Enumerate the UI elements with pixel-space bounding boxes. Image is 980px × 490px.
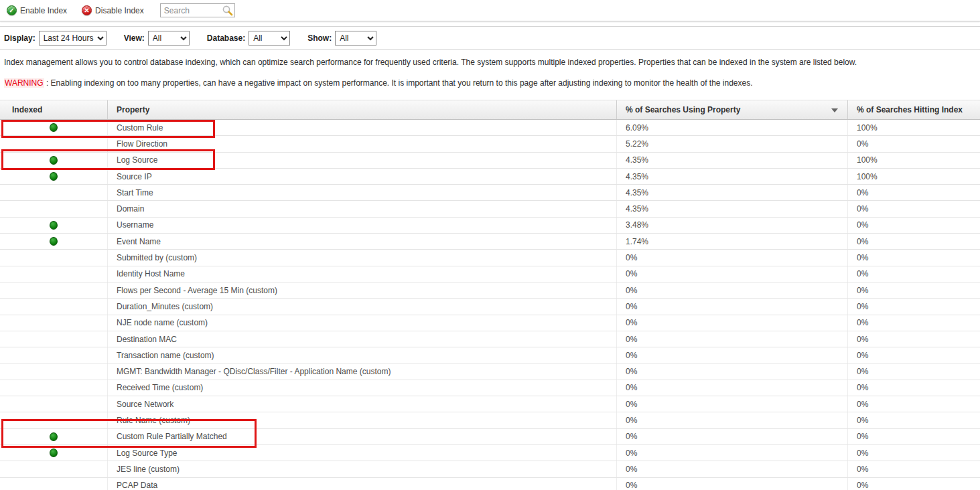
indexed-dot-icon (50, 156, 58, 165)
searches-using-cell: 0% (616, 445, 847, 461)
table-row[interactable]: Received Time (custom) 0% 0% (0, 380, 980, 396)
sort-descending-icon[interactable] (831, 108, 838, 112)
property-cell: Received Time (custom) (107, 380, 616, 396)
table-row[interactable]: Domain 4.35% 0% (0, 201, 980, 217)
property-cell: JES line (custom) (107, 461, 616, 477)
table-row[interactable]: MGMT: Bandwidth Manager - QDisc/Class/Fi… (0, 363, 980, 380)
searches-hitting-cell: 0% (847, 412, 980, 428)
searches-hitting-cell: 100% (847, 153, 980, 168)
disable-index-button[interactable]: ✕ Disable Index (80, 4, 148, 17)
enable-index-button[interactable]: ✓ Enable Index (5, 4, 71, 17)
searches-hitting-cell: 0% (847, 478, 980, 490)
searches-hitting-cell: 0% (847, 347, 980, 363)
indexed-cell (0, 201, 107, 216)
searches-hitting-cell: 0% (847, 201, 980, 216)
search-icon[interactable] (222, 5, 233, 16)
searches-hitting-cell: 100% (847, 120, 980, 135)
indexed-cell (0, 266, 107, 282)
disable-x-icon: ✕ (82, 5, 92, 15)
searches-hitting-cell: 0% (847, 331, 980, 347)
property-cell: Custom Rule (107, 120, 616, 135)
table-row[interactable]: Log Source 4.35% 100% (0, 153, 980, 169)
table-row[interactable]: Custom Rule 6.09% 100% (0, 120, 980, 136)
table-row[interactable]: Transaction name (custom) 0% 0% (0, 347, 980, 363)
table-row[interactable]: Username 3.48% 0% (0, 218, 980, 234)
indexed-cell (0, 299, 107, 314)
indexed-cell (0, 396, 107, 412)
search-input[interactable] (164, 6, 222, 15)
indexed-cell (0, 218, 107, 233)
index-table: Indexed Property % of Searches Using Pro… (0, 100, 980, 490)
property-cell: Source IP (107, 169, 616, 184)
searches-hitting-cell: 0% (847, 250, 980, 265)
indexed-cell (0, 429, 107, 444)
table-row[interactable]: NJE node name (custom) 0% 0% (0, 315, 980, 331)
indexed-cell (0, 185, 107, 200)
indexed-cell (0, 478, 107, 490)
searches-using-cell: 0% (616, 266, 847, 282)
table-row[interactable]: JES line (custom) 0% 0% (0, 461, 980, 477)
column-header-indexed[interactable]: Indexed (0, 100, 107, 119)
table-row[interactable]: Rule Name (custom) 0% 0% (0, 412, 980, 428)
search-box[interactable] (160, 3, 235, 17)
table-row[interactable]: Custom Rule Partially Matched 0% 0% (0, 429, 980, 445)
table-row[interactable]: Flows per Second - Average 15 Min (custo… (0, 282, 980, 299)
indexed-cell (0, 331, 107, 347)
property-cell: Identity Host Name (107, 266, 616, 282)
table-row[interactable]: PCAP Data 0% 0% (0, 478, 980, 490)
indexed-dot-icon (50, 448, 58, 457)
indexed-cell (0, 461, 107, 477)
filter-select-show[interactable]: All (335, 31, 376, 46)
property-cell: Custom Rule Partially Matched (107, 429, 616, 444)
searches-hitting-cell: 0% (847, 445, 980, 461)
indexed-cell (0, 250, 107, 265)
table-row[interactable]: Event Name 1.74% 0% (0, 234, 980, 250)
table-row[interactable]: Start Time 4.35% 0% (0, 185, 980, 201)
filter-label: Database: (207, 33, 245, 43)
searches-using-cell: 0% (616, 429, 847, 444)
table-row[interactable]: Source Network 0% 0% (0, 396, 980, 412)
property-cell: Username (107, 218, 616, 233)
table-row[interactable]: Duration_Minutes (custom) 0% 0% (0, 299, 980, 315)
filter-select-database[interactable]: All (249, 31, 290, 46)
property-cell: Rule Name (custom) (107, 412, 616, 428)
column-header-property[interactable]: Property (107, 100, 616, 119)
indexed-dot-icon (50, 123, 58, 132)
searches-using-cell: 0% (616, 380, 847, 396)
searches-hitting-cell: 100% (847, 169, 980, 184)
column-header-searches-hitting[interactable]: % of Searches Hitting Index (847, 100, 980, 119)
indexed-cell (0, 136, 107, 151)
searches-hitting-cell: 0% (847, 461, 980, 477)
column-header-searches-using[interactable]: % of Searches Using Property (616, 100, 847, 119)
indexed-dot-icon (50, 172, 58, 181)
searches-hitting-cell: 0% (847, 266, 980, 282)
searches-using-cell: 0% (616, 363, 847, 379)
toolbar: ✓ Enable Index ✕ Disable Index (0, 0, 980, 21)
searches-hitting-cell: 0% (847, 380, 980, 396)
table-row[interactable]: Flow Direction 5.22% 0% (0, 136, 980, 152)
table-row[interactable]: Source IP 4.35% 100% (0, 169, 980, 185)
property-cell: Source Network (107, 396, 616, 412)
table-row[interactable]: Identity Host Name 0% 0% (0, 266, 980, 282)
searches-hitting-cell: 0% (847, 282, 980, 298)
property-cell: Flows per Second - Average 15 Min (custo… (107, 282, 616, 298)
table-row[interactable]: Submitted by (custom) 0% 0% (0, 250, 980, 266)
searches-using-cell: 4.35% (616, 169, 847, 184)
filter-select-view[interactable]: All (148, 31, 190, 46)
indexed-dot-icon (50, 221, 58, 230)
property-cell: Domain (107, 201, 616, 216)
searches-using-cell: 6.09% (616, 120, 847, 135)
filter-select-display[interactable]: Last 24 Hours (39, 31, 107, 46)
searches-hitting-cell: 0% (847, 396, 980, 412)
page-description: Index management allows you to control d… (0, 50, 980, 67)
warning-body: : Enabling indexing on too many properti… (44, 78, 753, 88)
table-row[interactable]: Log Source Type 0% 0% (0, 445, 980, 461)
table-row[interactable]: Destination MAC 0% 0% (0, 331, 980, 347)
property-cell: Log Source Type (107, 445, 616, 461)
searches-using-cell: 0% (616, 478, 847, 490)
property-cell: Flow Direction (107, 136, 616, 151)
searches-using-cell: 4.35% (616, 201, 847, 216)
searches-using-cell: 0% (616, 331, 847, 347)
filter-label: View: (124, 33, 145, 43)
property-cell: Transaction name (custom) (107, 347, 616, 363)
